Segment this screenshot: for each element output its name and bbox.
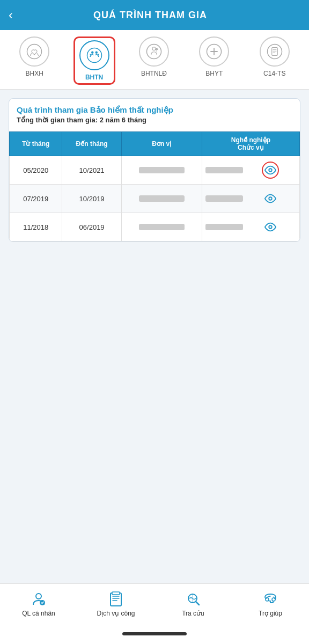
tab-bhtn-icon-wrap — [79, 40, 109, 70]
bottom-navigation: QL cá nhân Dịch vụ công Tra cứu — [0, 583, 309, 630]
svg-point-0 — [27, 45, 42, 59]
table-row: 11/2018 06/2019 ██████████ ████████ — [10, 213, 300, 241]
nav-dich-vu-cong-label: Dịch vụ công — [97, 610, 135, 617]
app-header: ‹ QUÁ TRÌNH THAM GIA — [0, 0, 309, 30]
nav-ql-ca-nhan[interactable]: QL cá nhân — [17, 588, 60, 619]
tab-bhtnld-label: BHTNLĐ — [141, 70, 167, 77]
nav-tro-giup-label: Trợ giúp — [259, 610, 282, 617]
cell-job-2: ████████ — [202, 185, 299, 213]
dich-vu-cong-icon — [107, 590, 124, 608]
table-row: 05/2020 10/2021 ██████████ ████████ — [10, 156, 300, 185]
tab-c14ts[interactable]: C14-TS — [253, 36, 296, 85]
table-header-row: Từ tháng Đến tháng Đơn vị Nghề nghiệpChứ… — [10, 132, 300, 156]
tab-bhyt[interactable]: BHYT — [193, 36, 236, 85]
svg-point-1 — [87, 48, 101, 63]
tab-bhtn-label: BHTN — [85, 74, 103, 81]
svg-point-12 — [269, 225, 273, 229]
tab-c14ts-icon-wrap — [260, 36, 290, 67]
bhyt-icon — [206, 43, 222, 60]
participation-card: Quá trình tham gia Bảo hiểm thất nghiệp … — [9, 98, 300, 242]
cell-from-1: 05/2020 — [10, 156, 62, 185]
cell-from-3: 11/2018 — [10, 213, 62, 241]
cell-from-2: 07/2019 — [10, 185, 62, 213]
tro-giup-icon — [262, 590, 279, 608]
svg-point-11 — [269, 197, 273, 200]
home-indicator-bar — [0, 630, 309, 644]
cell-unit-1: ██████████ — [121, 156, 202, 185]
page-title: QUÁ TRÌNH THAM GIA — [17, 10, 283, 21]
ql-ca-nhan-icon — [30, 590, 47, 608]
nav-dich-vu-cong[interactable]: Dịch vụ công — [94, 588, 137, 619]
participation-table: Từ tháng Đến tháng Đơn vị Nghề nghiệpChứ… — [9, 131, 300, 241]
bhxh-icon — [26, 43, 42, 60]
view-detail-button-1[interactable] — [262, 162, 279, 179]
tab-bhtnld[interactable]: BHTNLĐ — [133, 36, 175, 85]
col-header-unit: Đơn vị — [121, 132, 202, 156]
nav-ql-ca-nhan-label: QL cá nhân — [22, 610, 55, 617]
tab-c14ts-label: C14-TS — [263, 70, 285, 77]
main-content: Quá trình tham gia Bảo hiểm thất nghiệp … — [0, 90, 309, 583]
back-button[interactable]: ‹ — [9, 8, 13, 23]
tra-cuu-icon — [185, 590, 202, 608]
cell-to-2: 10/2019 — [62, 185, 121, 213]
svg-point-4 — [146, 45, 161, 59]
col-header-from: Từ tháng — [10, 132, 62, 156]
eye-icon — [264, 193, 276, 204]
table-row: 07/2019 10/2019 ██████████ ████████ — [10, 185, 300, 213]
cell-to-1: 10/2021 — [62, 156, 121, 185]
tab-bhtn[interactable]: BHTN — [73, 36, 115, 85]
svg-point-2 — [91, 52, 94, 54]
eye-icon — [264, 164, 276, 176]
tab-bhtnld-icon-wrap — [139, 36, 169, 67]
tab-bhyt-icon-wrap — [199, 36, 229, 67]
cell-job-3: ████████ — [202, 213, 299, 241]
bhtnld-icon — [146, 43, 162, 60]
cell-job-1: ████████ — [202, 156, 299, 185]
svg-point-13 — [36, 594, 41, 599]
cell-unit-3: ██████████ — [121, 213, 202, 241]
tab-bar: BHXH BHTN — [0, 30, 309, 90]
nav-tra-cuu[interactable]: Tra cứu — [172, 588, 215, 619]
view-detail-button-2[interactable] — [262, 190, 279, 207]
nav-tro-giup[interactable]: Trợ giúp — [249, 588, 292, 619]
svg-rect-16 — [112, 592, 120, 595]
tab-bhxh[interactable]: BHXH — [13, 36, 56, 85]
col-header-job: Nghề nghiệpChức vụ — [202, 132, 299, 156]
svg-point-10 — [269, 169, 273, 172]
home-indicator — [122, 632, 187, 635]
nav-tra-cuu-label: Tra cứu — [182, 610, 204, 617]
eye-icon — [264, 221, 276, 233]
col-header-to: Đến tháng — [62, 132, 121, 156]
svg-point-8 — [267, 45, 282, 59]
c14ts-icon — [267, 43, 283, 60]
cell-to-3: 06/2019 — [62, 213, 121, 241]
tab-bhxh-icon-wrap — [19, 36, 49, 67]
svg-point-3 — [95, 52, 98, 54]
tab-bhyt-label: BHYT — [205, 70, 223, 77]
cell-unit-2: ██████████ — [121, 185, 202, 213]
bhtn-icon — [86, 47, 102, 63]
card-subtitle: Tổng thời gian tham gia: 2 năm 6 tháng — [17, 116, 292, 124]
svg-point-6 — [156, 48, 158, 49]
view-detail-button-3[interactable] — [262, 218, 279, 236]
card-header: Quá trình tham gia Bảo hiểm thất nghiệp … — [9, 99, 300, 131]
card-title: Quá trình tham gia Bảo hiểm thất nghiệp — [17, 105, 292, 115]
tab-bhxh-label: BHXH — [26, 70, 43, 77]
